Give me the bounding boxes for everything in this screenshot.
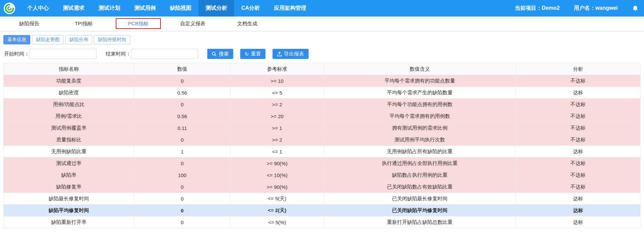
end-time-input[interactable]	[131, 49, 198, 59]
username-label: 用户名：wangwei	[574, 5, 618, 12]
metric-standard-cell: >= 1	[230, 122, 324, 134]
metric-row[interactable]: 功能复杂度 0 >= 10 平均每个需求拥有的功能点数量 不达标	[4, 75, 641, 87]
nav-item[interactable]: CA分析	[234, 0, 267, 16]
metric-name-cell: 质量指标比	[4, 134, 134, 146]
pcb-subtab[interactable]: 基本信息	[3, 35, 30, 44]
metric-name-cell: 无用例缺陷比重	[4, 146, 134, 158]
col-header-value: 数值	[134, 63, 230, 75]
metric-row[interactable]: 缺陷密度 0.56 <= 5 平均每个需求产生的缺陷数量 达标	[4, 87, 641, 99]
metric-name-cell: 缺陷密度	[4, 87, 134, 99]
metric-value-cell: 0	[134, 193, 230, 205]
nav-item[interactable]: 测试用例	[127, 0, 163, 16]
report-tabbar: 缺陷报告 TPI指标 PCB指标 自定义报表 文档生成	[0, 16, 644, 31]
metric-value-cell: 0	[134, 216, 230, 228]
nav-item[interactable]: 应用架构管理	[267, 0, 313, 16]
metric-analysis-cell: 不达标	[515, 99, 640, 110]
bell-icon[interactable]	[632, 5, 639, 12]
metric-name-cell: 缺陷率	[4, 169, 134, 181]
metric-value-cell: 100	[134, 169, 230, 181]
header-row: 指标名称 数值 参考标准 数值含义 分析	[4, 63, 641, 75]
metric-row[interactable]: 用例/功能点比 0 >= 2 平均每个功能点拥有的用例数 不达标	[4, 99, 641, 110]
metric-row[interactable]: 无用例缺陷比重 1 <= 1 无用例缺陷占所有缺陷的比重 达标	[4, 146, 641, 158]
search-button[interactable]: 搜索	[207, 49, 233, 59]
metric-row[interactable]: 缺陷重新打开率 0 <= 5(%) 重新打开缺陷占缺陷总数比重 达标	[4, 216, 641, 228]
metric-standard-cell: <= 5(%)	[230, 216, 324, 228]
col-header-standard: 参考标准	[230, 63, 324, 75]
metric-name-cell: 用例/功能点比	[4, 99, 134, 110]
nav-item[interactable]: 测试计划	[92, 0, 127, 16]
reset-button[interactable]: ↻ 重置	[240, 49, 265, 59]
metric-row[interactable]: 测试用例覆盖率 0.11 >= 1 拥有测试用例的需求比例 不达标	[4, 122, 641, 134]
search-icon	[212, 51, 217, 57]
metric-name-cell: 缺陷平均修复时间	[4, 205, 134, 216]
refresh-icon: ↻	[245, 51, 249, 57]
nav-item[interactable]: 个人中心	[20, 0, 56, 16]
metric-row[interactable]: 测试通过率 0 >= 90(%) 执行通过用例占全部执行用例比重 不达标	[4, 158, 641, 169]
metric-name-cell: 测试通过率	[4, 158, 134, 169]
pcb-subtab[interactable]: 缺陷分布	[65, 35, 92, 44]
metric-value-cell: 0.56	[134, 110, 230, 122]
metric-meaning-cell: 重新打开缺陷占缺陷总数比重	[324, 216, 516, 228]
app-root: 个人中心 测试需求 测试计划 测试用例 缺陷视图 测试分析 CA分析 应用架构管…	[0, 0, 644, 228]
metric-name-cell: 功能复杂度	[4, 75, 134, 87]
content-area: 基本信息 缺陷走势图 缺陷分布 缺陷停留时间 开始时间： 结束时间： 搜索	[0, 31, 644, 228]
pcb-subtab[interactable]: 缺陷停留时间	[94, 35, 130, 44]
filter-row: 开始时间： 结束时间： 搜索 ↻ 重置 导出	[0, 44, 644, 59]
nav-item[interactable]: 缺陷视图	[163, 0, 199, 16]
metric-standard-cell: <= 2(天)	[230, 205, 324, 216]
metric-row[interactable]: 缺陷修复率 0 >= 90(%) 已关闭缺陷数占有效缺陷比重 不达标	[4, 181, 641, 193]
metric-analysis-cell: 不达标	[515, 169, 640, 181]
report-tab[interactable]: PCB指标	[111, 16, 166, 31]
metric-analysis-cell: 不达标	[515, 122, 640, 134]
report-tab[interactable]: 自定义报表	[166, 16, 220, 31]
metric-row[interactable]: 缺陷平均修复时间 0 <= 2(天) 已关闭缺陷平均修复时间 达标	[4, 205, 641, 216]
report-tab[interactable]: TPI指标	[57, 16, 111, 31]
search-button-label: 搜索	[219, 51, 229, 57]
app-logo[interactable]	[3, 0, 15, 16]
pcb-subtabs: 基本信息 缺陷走势图 缺陷分布 缺陷停留时间	[0, 31, 644, 44]
metric-analysis-cell: 达标	[515, 205, 640, 216]
metric-analysis-cell: 不达标	[515, 75, 640, 87]
nav-item[interactable]: 测试需求	[56, 0, 92, 16]
metric-standard-cell: >= 2	[230, 134, 324, 146]
navbar-right: 当前项目：Demo2 用户名：wangwei	[515, 0, 639, 16]
nav-item[interactable]: 测试分析	[199, 0, 234, 16]
metric-standard-cell: >= 90(%)	[230, 181, 324, 193]
report-tab[interactable]: 缺陷报告	[2, 16, 57, 31]
metric-meaning-cell: 已关闭缺陷平均修复时间	[324, 205, 516, 216]
metric-value-cell: 0.56	[134, 87, 230, 99]
metric-analysis-cell: 不达标	[515, 158, 640, 169]
pcb-metrics-table: 指标名称 数值 参考标准 数值含义 分析 功能复杂度 0 >= 10 平均每个需…	[3, 63, 641, 228]
metric-row[interactable]: 缺陷率 100 <= 10(%) 缺陷数占执行用例的比重 不达标	[4, 169, 641, 181]
metric-meaning-cell: 测试用例平均执行次数	[324, 134, 516, 146]
metric-meaning-cell: 平均每个需求拥有的用例数	[324, 110, 516, 122]
metric-row[interactable]: 质量指标比 0 >= 2 测试用例平均执行次数 不达标	[4, 134, 641, 146]
metric-value-cell: 0	[134, 134, 230, 146]
metric-row[interactable]: 用例/需求比 0.56 >= 20 平均每个需求拥有的用例数 不达标	[4, 110, 641, 122]
metric-meaning-cell: 平均每个功能点拥有的用例数	[324, 99, 516, 110]
start-time-label: 开始时间：	[4, 51, 29, 57]
col-header-meaning: 数值含义	[324, 63, 516, 75]
metric-standard-cell: <= 5	[230, 87, 324, 99]
metric-standard-cell: >= 2	[230, 99, 324, 110]
export-button[interactable]: 导出报表	[273, 49, 309, 59]
top-navbar: 个人中心 测试需求 测试计划 测试用例 缺陷视图 测试分析 CA分析 应用架构管…	[0, 0, 644, 16]
metric-row[interactable]: 缺陷最长修复时间 0 <= 5(天) 已关闭缺陷最长修复时间 达标	[4, 193, 641, 205]
metric-value-cell: 0	[134, 99, 230, 110]
metric-name-cell: 缺陷最长修复时间	[4, 193, 134, 205]
metric-standard-cell: >= 90(%)	[230, 158, 324, 169]
export-icon	[277, 51, 282, 57]
report-tab[interactable]: 文档生成	[220, 16, 275, 31]
pcb-subtab[interactable]: 缺陷走势图	[32, 35, 64, 44]
metric-analysis-cell: 达标	[515, 87, 640, 99]
metric-analysis-cell: 不达标	[515, 134, 640, 146]
main-nav: 个人中心 测试需求 测试计划 测试用例 缺陷视图 测试分析 CA分析 应用架构管…	[20, 0, 313, 16]
metric-name-cell: 用例/需求比	[4, 110, 134, 122]
metric-value-cell: 0	[134, 181, 230, 193]
metric-value-cell: 0	[134, 158, 230, 169]
start-time-input[interactable]	[29, 49, 97, 59]
metric-analysis-cell: 达标	[515, 146, 640, 158]
metric-meaning-cell: 拥有测试用例的需求比例	[324, 122, 516, 134]
reset-button-label: 重置	[251, 51, 261, 57]
metric-value-cell: 0	[134, 75, 230, 87]
